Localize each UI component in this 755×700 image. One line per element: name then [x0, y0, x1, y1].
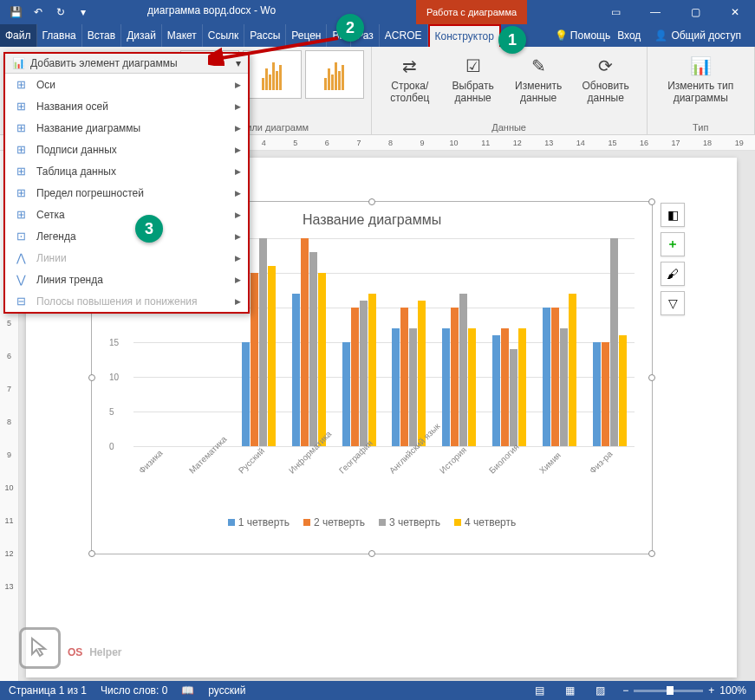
- submenu-arrow-icon: ▶: [235, 189, 241, 198]
- menu-item-icon: ⊞: [14, 208, 28, 221]
- menu-item-label: Оси: [36, 79, 55, 91]
- menu-item-icon: ⋀: [14, 251, 28, 264]
- titlebar: 💾 ↶ ↻ ▾ диаграмма ворд.docx - Wo Работа …: [0, 0, 755, 24]
- edit-data-button[interactable]: ✎Изменить данные: [504, 50, 571, 108]
- add-chart-element-label: Добавить элемент диаграммы: [30, 57, 178, 69]
- redo-icon[interactable]: ↻: [52, 3, 69, 21]
- submenu-arrow-icon: ▶: [235, 146, 241, 154]
- menu-item-label: Предел погрешностей: [36, 187, 144, 199]
- ribbon-group-type: 📊Изменить тип диаграммы Тип: [648, 47, 756, 134]
- resize-handle[interactable]: [648, 198, 655, 205]
- share-button[interactable]: 👤 Общий доступ: [648, 29, 748, 42]
- chart-x-labels: ФизикаМатематикаРусскийИнформатикаГеогра…: [133, 451, 635, 478]
- menu-item-icon: ⊞: [14, 186, 28, 199]
- submenu-arrow-icon: ▶: [235, 211, 241, 219]
- maximize-icon[interactable]: ▢: [675, 0, 715, 24]
- view-web-icon[interactable]: ▨: [592, 684, 609, 697]
- close-icon[interactable]: ✕: [715, 0, 755, 24]
- chart-styles-icon[interactable]: 🖌: [661, 262, 685, 286]
- tab-insert[interactable]: Встав: [82, 24, 121, 47]
- resize-handle[interactable]: [648, 550, 655, 557]
- chart-layout-icon[interactable]: ◧: [661, 203, 685, 227]
- resize-handle[interactable]: [88, 374, 95, 381]
- language-indicator[interactable]: русский: [208, 684, 245, 697]
- annotation-callout-1: 1: [498, 26, 526, 54]
- resize-handle[interactable]: [648, 374, 655, 381]
- menu-item[interactable]: ⋁Линия тренда▶: [5, 269, 248, 290]
- menu-item-icon: ⊞: [14, 165, 28, 178]
- menu-item[interactable]: ⊞Сетка▶: [5, 204, 248, 225]
- menu-item-icon: ⊞: [14, 121, 28, 134]
- zoom-out-icon[interactable]: −: [622, 684, 628, 697]
- add-chart-element-menu: 📊 Добавить элемент диаграммы ▾ ⊞Оси▶⊞Наз…: [3, 52, 250, 314]
- refresh-data-button[interactable]: ⟳Обновить данные: [572, 50, 640, 108]
- submenu-arrow-icon: ▶: [235, 102, 241, 111]
- menu-item[interactable]: ⊞Таблица данных▶: [5, 160, 248, 182]
- qat-more-icon[interactable]: ▾: [75, 3, 92, 21]
- contextual-tool-tab: Работа с диаграмма: [416, 0, 527, 24]
- chart-legend[interactable]: 1 четверть2 четверть3 четверть4 четверть: [92, 516, 652, 528]
- tab-constructor[interactable]: Конструктор: [428, 24, 501, 47]
- annotation-callout-3: 3: [135, 215, 163, 243]
- resize-handle[interactable]: [368, 198, 375, 205]
- menu-item[interactable]: ⊞Подписи данных▶: [5, 139, 248, 160]
- zoom-value[interactable]: 100%: [719, 684, 746, 697]
- tab-layout[interactable]: Макет: [162, 24, 203, 47]
- menu-item-label: Таблица данных: [36, 165, 116, 178]
- tab-design[interactable]: Дизай: [121, 24, 162, 47]
- login-link[interactable]: Вход: [617, 29, 641, 42]
- zoom-control[interactable]: − + 100%: [622, 684, 746, 697]
- menu-item-label: Название диаграммы: [36, 122, 140, 134]
- chart-floating-tools: ◧ ＋ 🖌 ▽: [661, 203, 685, 315]
- watermark-text: OS Helper: [68, 634, 121, 662]
- undo-icon[interactable]: ↶: [29, 3, 47, 21]
- tab-home[interactable]: Главна: [37, 24, 82, 47]
- menu-item: ⊟Полосы повышения и понижения▶: [5, 290, 248, 312]
- spellcheck-icon[interactable]: 📖: [181, 684, 194, 697]
- zoom-in-icon[interactable]: +: [708, 684, 714, 697]
- menu-item-label: Линии: [36, 252, 67, 264]
- chart-elements-icon[interactable]: ＋: [661, 232, 685, 256]
- menu-item-icon: ⊞: [14, 143, 28, 156]
- menu-item-label: Легенда: [36, 230, 76, 243]
- submenu-arrow-icon: ▶: [235, 232, 241, 241]
- view-read-icon[interactable]: ▤: [531, 684, 548, 697]
- menu-item-label: Полосы повышения и понижения: [36, 295, 198, 308]
- menu-item[interactable]: ⊡Легенда▶: [5, 225, 248, 247]
- page-indicator[interactable]: Страница 1 из 1: [9, 684, 87, 697]
- menu-item[interactable]: ⊞Названия осей▶: [5, 95, 248, 117]
- submenu-arrow-icon: ▶: [235, 81, 241, 89]
- menu-item-icon: ⊡: [14, 230, 28, 243]
- ribbon-tabs: Файл Главна Встав Дизай Макет Ссылк Расс…: [0, 24, 755, 47]
- annotation-arrow: [208, 31, 347, 66]
- ribbon-options-icon[interactable]: ▭: [596, 0, 635, 24]
- menu-item[interactable]: ⊞Название диаграммы▶: [5, 117, 248, 139]
- menu-item: ⋀Линии▶: [5, 247, 248, 269]
- minimize-icon[interactable]: —: [635, 0, 675, 24]
- menu-item[interactable]: ⊞Предел погрешностей▶: [5, 182, 248, 204]
- save-icon[interactable]: 💾: [7, 3, 24, 21]
- document-title: диаграмма ворд.docx - Wo: [147, 4, 276, 16]
- submenu-arrow-icon: ▶: [235, 167, 241, 176]
- cursor-icon: [19, 627, 61, 669]
- tab-file[interactable]: Файл: [0, 24, 37, 47]
- swap-row-col-button[interactable]: ⇄Строка/ столбец: [379, 50, 441, 108]
- zoom-slider[interactable]: [634, 690, 703, 692]
- resize-handle[interactable]: [368, 550, 375, 557]
- menu-item-icon: ⊞: [14, 78, 28, 91]
- submenu-arrow-icon: ▶: [235, 124, 241, 133]
- annotation-callout-2: 2: [336, 14, 364, 42]
- menu-item[interactable]: ⊞Оси▶: [5, 74, 248, 95]
- resize-handle[interactable]: [88, 550, 95, 557]
- change-chart-type-button[interactable]: 📊Изменить тип диаграммы: [654, 50, 748, 108]
- view-print-icon[interactable]: ▦: [562, 684, 578, 697]
- word-count[interactable]: Число слов: 0: [101, 684, 167, 697]
- menu-item-label: Названия осей: [36, 100, 108, 113]
- help-link[interactable]: 💡 Помощь: [555, 29, 611, 42]
- tab-acrobat[interactable]: ACROE: [380, 24, 428, 47]
- menu-item-icon: ⊟: [14, 295, 28, 308]
- select-data-button[interactable]: ☑Выбрать данные: [441, 50, 505, 108]
- menu-item-icon: ⋁: [14, 273, 28, 286]
- statusbar: Страница 1 из 1 Число слов: 0 📖 русский …: [0, 681, 755, 700]
- chart-filter-icon[interactable]: ▽: [661, 291, 685, 315]
